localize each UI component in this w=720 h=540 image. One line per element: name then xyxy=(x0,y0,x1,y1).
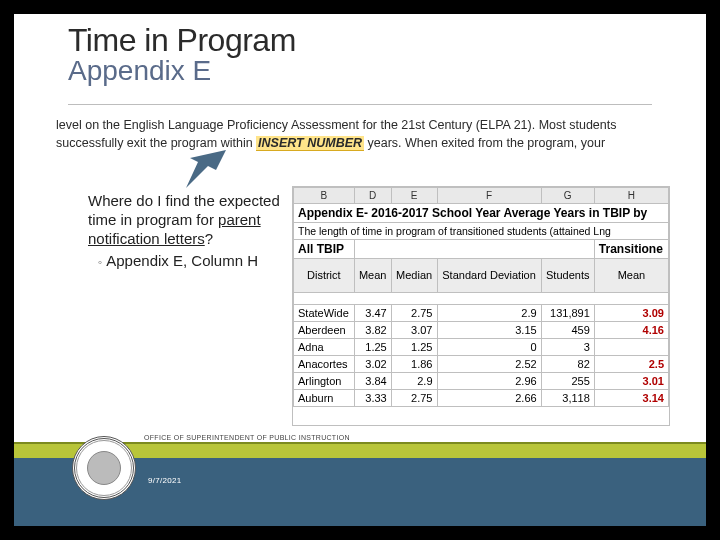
question-qmark: ? xyxy=(205,230,213,247)
table-cell: 3.07 xyxy=(391,322,437,339)
table-cell: 2.66 xyxy=(437,390,541,407)
table-desc-row: The length of time in program of transit… xyxy=(294,223,669,240)
col-letter: F xyxy=(437,188,541,204)
slide: Time in Program Appendix E level on the … xyxy=(14,14,706,526)
table-cell: 255 xyxy=(541,373,594,390)
col-letter: B xyxy=(294,188,355,204)
table-cell: 2.5 xyxy=(594,356,668,373)
table-cell: 2.75 xyxy=(391,305,437,322)
table-cell: 82 xyxy=(541,356,594,373)
col-letter: H xyxy=(594,188,668,204)
table-caption: Appendix E- 2016-2017 School Year Averag… xyxy=(294,204,669,223)
table-cell: 1.86 xyxy=(391,356,437,373)
table-row: StateWide3.472.752.9131,8913.09 xyxy=(294,305,669,322)
table-cell: 3.01 xyxy=(594,373,668,390)
col-letter: E xyxy=(391,188,437,204)
title-underline xyxy=(68,104,652,105)
table-cell: 3.15 xyxy=(437,322,541,339)
table-cell: Anacortes xyxy=(294,356,355,373)
arrow-icon xyxy=(172,150,226,188)
appendix-e-table: B D E F G H Appendix E- 2016-2017 School… xyxy=(293,187,669,407)
table-cell: 3.14 xyxy=(594,390,668,407)
table-cell: 3.47 xyxy=(354,305,391,322)
footer-date: 9/7/2021 xyxy=(148,476,182,485)
hdr-district: District xyxy=(294,259,355,293)
hdr-stddev: Standard Deviation xyxy=(437,259,541,293)
table-cell: 3.09 xyxy=(594,305,668,322)
title-block: Time in Program Appendix E xyxy=(68,22,652,87)
transitione-label: Transitione xyxy=(594,240,668,259)
col-letter: D xyxy=(354,188,391,204)
table-cell: 2.52 xyxy=(437,356,541,373)
table-cell: 1.25 xyxy=(391,339,437,356)
table-cell: 3.84 xyxy=(354,373,391,390)
hdr-mean: Mean xyxy=(354,259,391,293)
col-letter: G xyxy=(541,188,594,204)
insert-placeholder: INSERT NUMBER xyxy=(256,136,364,151)
all-tbip-label: All TBIP xyxy=(294,240,355,259)
table-cell: Arlington xyxy=(294,373,355,390)
table-cell xyxy=(594,339,668,356)
hdr-median: Median xyxy=(391,259,437,293)
title-line1: Time in Program xyxy=(68,22,652,59)
table-cell: Adna xyxy=(294,339,355,356)
answer-bullet: ◦Appendix E, Column H xyxy=(88,252,283,271)
office-label: OFFICE OF SUPERINTENDENT OF PUBLIC INSTR… xyxy=(144,434,350,441)
table-cell: StateWide xyxy=(294,305,355,322)
hdr-mean-h: Mean xyxy=(594,259,668,293)
body-paragraph: level on the English Language Proficienc… xyxy=(56,116,668,152)
table-cell: 2.9 xyxy=(391,373,437,390)
table-row: Adna1.251.2503 xyxy=(294,339,669,356)
table-cell: Auburn xyxy=(294,390,355,407)
table-grouping-row: All TBIP Transitione xyxy=(294,240,669,259)
paragraph-post: years. When exited from the program, you… xyxy=(364,136,605,150)
table-cell: 2.96 xyxy=(437,373,541,390)
table-cell: 0 xyxy=(437,339,541,356)
table-cell: Aberdeen xyxy=(294,322,355,339)
table-cell: 3.82 xyxy=(354,322,391,339)
table-cell: 3,118 xyxy=(541,390,594,407)
table-cell: 3.02 xyxy=(354,356,391,373)
state-seal-icon xyxy=(72,436,136,500)
spreadsheet-snippet: B D E F G H Appendix E- 2016-2017 School… xyxy=(292,186,670,426)
table-cell: 4.16 xyxy=(594,322,668,339)
table-caption-row: Appendix E- 2016-2017 School Year Averag… xyxy=(294,204,669,223)
table-cell: 2.75 xyxy=(391,390,437,407)
table-desc: The length of time in program of transit… xyxy=(294,223,669,240)
question-block: Where do I find the expected time in pro… xyxy=(88,192,283,271)
answer-text: Appendix E, Column H xyxy=(106,252,258,269)
table-cell: 459 xyxy=(541,322,594,339)
bullet-ring-icon: ◦ xyxy=(98,255,102,270)
table-cell: 1.25 xyxy=(354,339,391,356)
table-row: Auburn3.332.752.663,1183.14 xyxy=(294,390,669,407)
table-cell: 131,891 xyxy=(541,305,594,322)
svg-marker-0 xyxy=(186,150,226,188)
table-row: Anacortes3.021.862.52822.5 xyxy=(294,356,669,373)
table-cell: 3 xyxy=(541,339,594,356)
title-line2: Appendix E xyxy=(68,55,652,87)
table-cell: 2.9 xyxy=(437,305,541,322)
table-row: Arlington3.842.92.962553.01 xyxy=(294,373,669,390)
table-cell: 3.33 xyxy=(354,390,391,407)
table-header-row: District Mean Median Standard Deviation … xyxy=(294,259,669,293)
hdr-students: Students xyxy=(541,259,594,293)
column-letters-row: B D E F G H xyxy=(294,188,669,204)
table-row: Aberdeen3.823.073.154594.16 xyxy=(294,322,669,339)
